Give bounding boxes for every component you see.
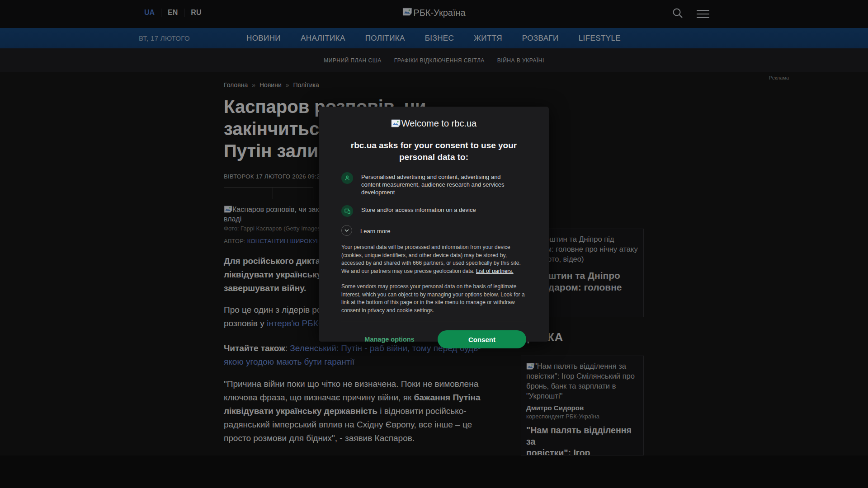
consent-heading: rbc.ua asks for your consent to use your… — [348, 140, 520, 163]
purpose-item: Store and/or access information on a dev… — [341, 205, 526, 217]
consent-buttons-row: Manage options Consent — [341, 330, 526, 348]
purpose-item: Personalised advertising and content, ad… — [341, 172, 526, 196]
devices-icon — [341, 205, 353, 217]
purpose-text: Store and/or access information on a dev… — [361, 205, 476, 214]
learn-more-label: Learn more — [360, 226, 390, 235]
consent-paragraph-2: Some vendors may process your personal d… — [341, 283, 526, 314]
manage-options-button[interactable]: Manage options — [341, 336, 438, 343]
divider — [341, 322, 526, 322]
purpose-text: Personalised advertising and content, ad… — [361, 172, 520, 196]
welcome-image-broken: Welcome to rbc.ua — [341, 118, 526, 129]
list-of-partners-link[interactable]: List of partners. — [476, 268, 514, 274]
broken-image-icon — [391, 118, 401, 129]
learn-more-toggle[interactable]: Learn more — [341, 225, 526, 236]
consent-paragraph-1: Your personal data will be processed and… — [341, 244, 526, 275]
welcome-alt-text: Welcome to rbc.ua — [401, 118, 476, 129]
chevron-down-icon — [341, 225, 352, 236]
person-icon — [341, 172, 353, 184]
page: UA EN RU РБК-Україна ВТ, 17 ЛЮТОГО НОВИН… — [0, 0, 868, 488]
consent-dialog: Welcome to rbc.ua rbc.ua asks for your c… — [319, 107, 549, 342]
consent-button[interactable]: Consent — [438, 330, 526, 348]
